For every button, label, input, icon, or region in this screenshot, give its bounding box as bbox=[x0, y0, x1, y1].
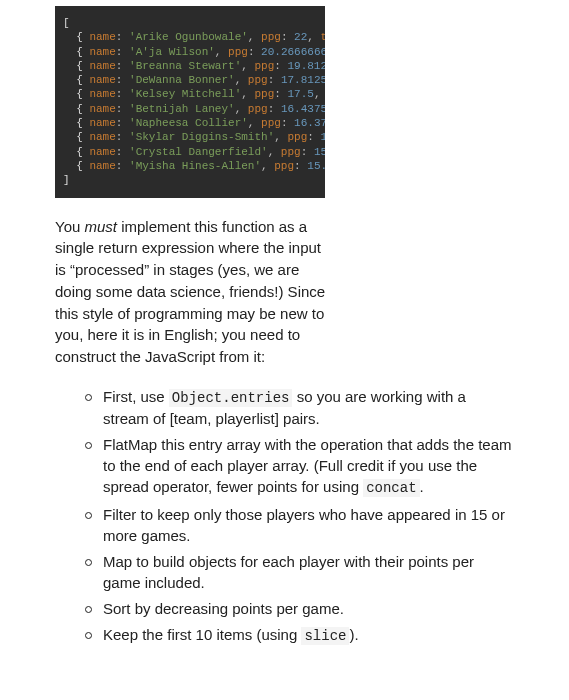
list-item: Filter to keep only those players who ha… bbox=[85, 504, 514, 546]
code-output-block: [ { name: 'Arike Ogunbowale', ppg: 22, t… bbox=[55, 6, 325, 198]
inline-code: concat bbox=[363, 479, 419, 497]
list-text: Map to build objects for each player wit… bbox=[103, 553, 474, 591]
list-item: Map to build objects for each player wit… bbox=[85, 551, 514, 593]
list-item: First, use Object.entries so you are wor… bbox=[85, 386, 514, 430]
list-text: Sort by decreasing points per game. bbox=[103, 600, 344, 617]
list-text: First, use bbox=[103, 388, 169, 405]
list-text: Filter to keep only those players who ha… bbox=[103, 506, 505, 544]
instruction-paragraph-wrapper: You must implement this function as a si… bbox=[55, 216, 327, 368]
steps-list: First, use Object.entries so you are wor… bbox=[85, 386, 514, 647]
inline-code: Object.entries bbox=[169, 389, 293, 407]
list-item: FlatMap this entry array with the operat… bbox=[85, 434, 514, 499]
list-text: Keep the first 10 items (using bbox=[103, 626, 301, 643]
instruction-paragraph: You must implement this function as a si… bbox=[55, 216, 327, 368]
list-text: FlatMap this entry array with the operat… bbox=[103, 436, 512, 495]
prose-text: implement this function as a single retu… bbox=[55, 218, 325, 366]
list-item: Keep the first 10 items (using slice). bbox=[85, 624, 514, 647]
list-text: . bbox=[420, 478, 424, 495]
prose-text: You bbox=[55, 218, 84, 235]
list-text: ). bbox=[349, 626, 358, 643]
prose-emphasis: must bbox=[84, 218, 117, 235]
list-item: Sort by decreasing points per game. bbox=[85, 598, 514, 619]
inline-code: slice bbox=[301, 627, 349, 645]
